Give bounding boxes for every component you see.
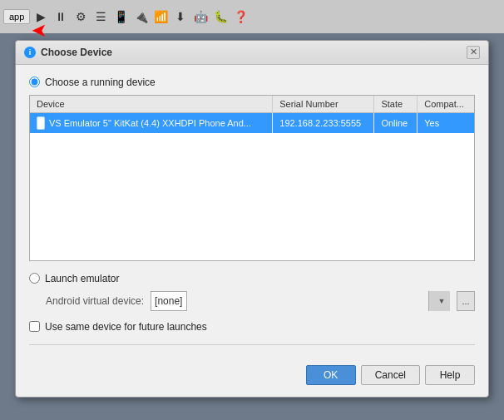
toolbar: app ▶ ⏸ ⚙ ☰ 📱 🔌 📶 ⬇ 🤖 🐛 ❓ <box>0 0 504 33</box>
help-icon[interactable]: ❓ <box>231 7 250 26</box>
avd-select-wrapper: [none] <box>151 291 450 311</box>
ok-button[interactable]: OK <box>306 365 356 385</box>
tool3-icon[interactable]: 📱 <box>111 7 130 26</box>
same-device-checkbox-row[interactable]: Use same device for future launches <box>29 321 475 333</box>
avd-more-button[interactable]: ... <box>457 291 475 311</box>
avd-select[interactable]: [none] <box>151 291 187 311</box>
dialog-title: Choose Device <box>41 47 112 58</box>
dialog-title-left: i Choose Device <box>24 47 112 58</box>
dialog-icon: i <box>24 47 36 58</box>
launch-emulator-option[interactable]: Launch emulator <box>29 273 475 284</box>
cell-serial: 192.168.2.233:5555 <box>273 112 374 133</box>
cell-compat: Yes <box>418 112 474 133</box>
phone-icon <box>37 116 45 130</box>
launch-emulator-section: Launch emulator Android virtual device: … <box>29 273 475 311</box>
device-cell: VS Emulator 5" KitKat (4.4) XXHDPI Phone… <box>37 116 265 130</box>
col-device: Device <box>30 96 273 113</box>
tool8-icon[interactable]: 🐛 <box>211 7 230 26</box>
col-compat: Compat... <box>418 96 474 113</box>
footer-divider <box>29 344 475 345</box>
close-button[interactable]: ✕ <box>467 46 480 59</box>
col-serial: Serial Number <box>273 96 374 113</box>
avd-row: Android virtual device: [none] ... <box>46 291 475 311</box>
same-device-checkbox[interactable] <box>29 321 40 332</box>
col-state: State <box>374 96 418 113</box>
tool6-icon[interactable]: ⬇ <box>171 7 190 26</box>
help-button[interactable]: Help <box>425 365 475 385</box>
dialog-body: Choose a running device Device Serial Nu… <box>16 65 488 365</box>
pause-icon[interactable]: ⏸ <box>52 7 70 26</box>
device-table: Device Serial Number State Compat... VS … <box>30 96 474 133</box>
app-label: app <box>3 9 30 24</box>
cell-state: Online <box>374 112 418 133</box>
avd-label: Android virtual device: <box>46 295 144 307</box>
table-header-row: Device Serial Number State Compat... <box>30 96 474 113</box>
dialog-titlebar: i Choose Device ✕ <box>16 41 488 65</box>
tool2-icon[interactable]: ☰ <box>91 7 110 26</box>
red-arrow-indicator: ➤ <box>32 23 46 40</box>
tool4-icon[interactable]: 🔌 <box>131 7 150 26</box>
launch-emulator-radio[interactable] <box>29 273 40 284</box>
choose-running-option[interactable]: Choose a running device <box>29 77 475 88</box>
choose-running-radio[interactable] <box>29 77 40 87</box>
tool1-icon[interactable]: ⚙ <box>72 7 90 26</box>
choose-running-label: Choose a running device <box>45 77 156 88</box>
launch-emulator-label: Launch emulator <box>45 273 119 284</box>
cancel-button[interactable]: Cancel <box>361 365 420 385</box>
device-table-wrapper: Device Serial Number State Compat... VS … <box>29 95 475 261</box>
table-row[interactable]: VS Emulator 5" KitKat (4.4) XXHDPI Phone… <box>30 112 474 133</box>
tool7-icon[interactable]: 🤖 <box>191 7 210 26</box>
same-device-label: Use same device for future launches <box>45 321 207 333</box>
dialog-footer: OK Cancel Help <box>16 365 488 397</box>
tool5-icon[interactable]: 📶 <box>151 7 170 26</box>
choose-device-dialog: i Choose Device ✕ Choose a running devic… <box>15 40 489 398</box>
cell-device: VS Emulator 5" KitKat (4.4) XXHDPI Phone… <box>30 112 273 133</box>
